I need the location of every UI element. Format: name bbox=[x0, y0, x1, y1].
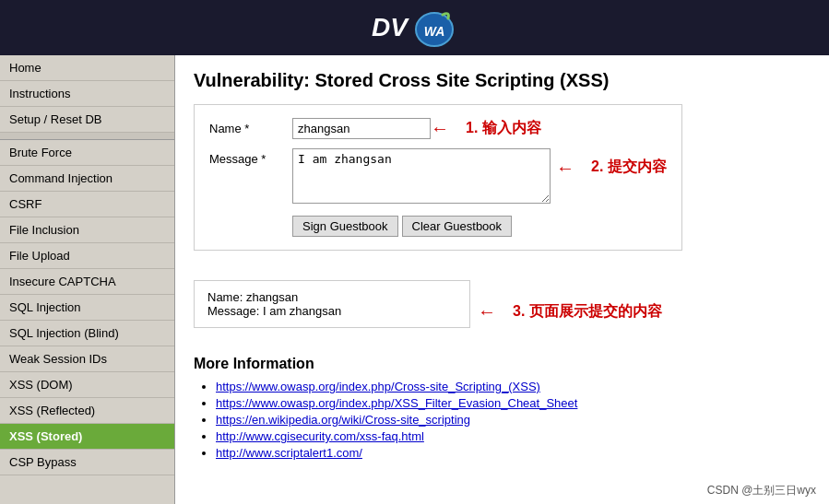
result-name: Name: zhangsan bbox=[207, 290, 456, 304]
link-5[interactable]: http://www.scriptalert1.com/ bbox=[216, 446, 362, 460]
sidebar-item-brute-force[interactable]: Brute Force bbox=[0, 140, 174, 166]
sidebar-item-file-inclusion[interactable]: File Inclusion bbox=[0, 217, 174, 243]
logo-dv: DV bbox=[372, 13, 408, 42]
sidebar-item-weak-session-ids[interactable]: Weak Session IDs bbox=[0, 346, 174, 372]
list-item: https://www.owasp.org/index.php/Cross-si… bbox=[216, 380, 811, 393]
header: DV WA bbox=[0, 0, 829, 55]
message-textarea[interactable]: I am zhangsan bbox=[292, 148, 551, 204]
info-links: https://www.owasp.org/index.php/Cross-si… bbox=[194, 380, 811, 460]
sidebar-item-xss-dom[interactable]: XSS (DOM) bbox=[0, 372, 174, 398]
sidebar-item-xss-stored[interactable]: XSS (Stored) bbox=[0, 424, 174, 450]
layout: Home Instructions Setup / Reset DB Brute… bbox=[0, 55, 829, 504]
annotation-step2: 2. 提交内容 bbox=[591, 158, 667, 177]
sidebar-item-insecure-captcha[interactable]: Insecure CAPTCHA bbox=[0, 269, 174, 295]
annotation-step3: 3. 页面展示提交的内容 bbox=[513, 302, 662, 322]
annotation-step1: 1. 输入内容 bbox=[466, 119, 541, 138]
footer-watermark: CSDN @土别三日wyx bbox=[707, 483, 816, 498]
link-1[interactable]: https://www.owasp.org/index.php/Cross-si… bbox=[216, 380, 540, 393]
sidebar-item-csrf[interactable]: CSRF bbox=[0, 192, 174, 217]
form-buttons: Sign Guestbook Clear Guestbook bbox=[292, 216, 667, 237]
sidebar-item-instructions[interactable]: Instructions bbox=[0, 81, 174, 107]
more-info-title: More Information bbox=[194, 356, 811, 372]
list-item: https://en.wikipedia.org/wiki/Cross-site… bbox=[216, 413, 811, 427]
sidebar-item-setup[interactable]: Setup / Reset DB bbox=[0, 107, 174, 133]
sidebar: Home Instructions Setup / Reset DB Brute… bbox=[0, 55, 175, 504]
sign-guestbook-button[interactable]: Sign Guestbook bbox=[292, 216, 398, 237]
link-4[interactable]: http://www.cgisecurity.com/xss-faq.html bbox=[216, 429, 424, 443]
arrow3-icon: ← bbox=[478, 301, 496, 322]
message-label: Message * bbox=[209, 148, 292, 166]
list-item: https://www.owasp.org/index.php/XSS_Filt… bbox=[216, 396, 811, 410]
list-item: http://www.cgisecurity.com/xss-faq.html bbox=[216, 429, 811, 443]
sidebar-item-xss-reflected[interactable]: XSS (Reflected) bbox=[0, 398, 174, 424]
sidebar-item-command-injection[interactable]: Command Injection bbox=[0, 166, 174, 192]
result-box: Name: zhangsan Message: I am zhangsan bbox=[194, 280, 470, 328]
dvwa-logo: DV WA bbox=[372, 6, 457, 51]
main-content: Vulnerability: Stored Cross Site Scripti… bbox=[175, 55, 829, 504]
sidebar-item-csp-bypass[interactable]: CSP Bypass bbox=[0, 450, 174, 475]
guestbook-form: Name * ← 1. 输入内容 Message * I am zhangsan bbox=[194, 104, 682, 251]
name-row: Name * ← 1. 输入内容 bbox=[209, 118, 667, 139]
sidebar-item-file-upload[interactable]: File Upload bbox=[0, 243, 174, 269]
arrow1-icon: ← bbox=[431, 118, 449, 139]
result-message: Message: I am zhangsan bbox=[207, 304, 456, 318]
logo-circle-icon: WA bbox=[411, 6, 457, 48]
link-2[interactable]: https://www.owasp.org/index.php/XSS_Filt… bbox=[216, 396, 577, 410]
sidebar-item-sql-injection[interactable]: SQL Injection bbox=[0, 295, 174, 321]
sidebar-item-home[interactable]: Home bbox=[0, 55, 174, 81]
link-3[interactable]: https://en.wikipedia.org/wiki/Cross-site… bbox=[216, 413, 470, 427]
svg-text:WA: WA bbox=[424, 24, 445, 39]
page-title: Vulnerability: Stored Cross Site Scripti… bbox=[194, 70, 811, 91]
name-label: Name * bbox=[209, 118, 292, 135]
list-item: http://www.scriptalert1.com/ bbox=[216, 446, 811, 460]
message-row: Message * I am zhangsan ← 2. 提交内容 bbox=[209, 148, 667, 206]
name-input[interactable] bbox=[292, 118, 431, 139]
sidebar-gap bbox=[0, 133, 174, 140]
arrow2-icon: ← bbox=[556, 158, 574, 179]
sidebar-item-sql-injection-blind[interactable]: SQL Injection (Blind) bbox=[0, 321, 174, 346]
clear-guestbook-button[interactable]: Clear Guestbook bbox=[402, 216, 513, 237]
